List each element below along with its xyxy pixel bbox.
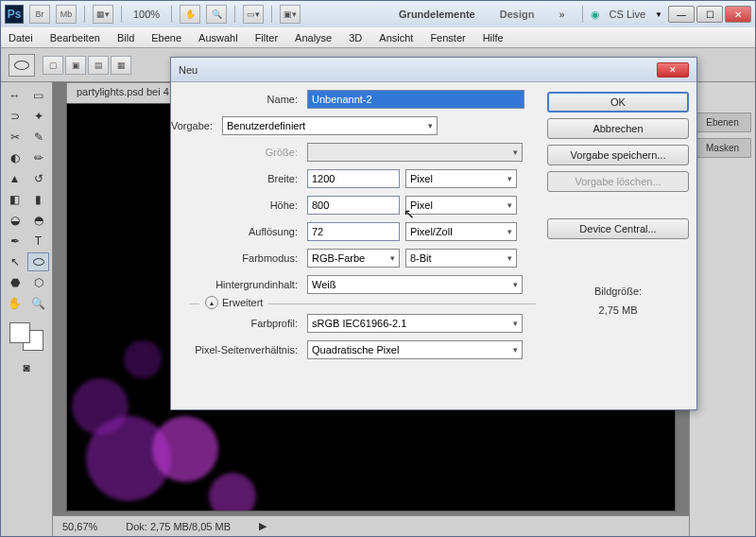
- menu-filter[interactable]: Filter: [255, 32, 278, 43]
- aufloesung-label: Auflösung:: [179, 226, 301, 237]
- selmode-int-icon[interactable]: ▦: [111, 56, 131, 75]
- bridge-icon[interactable]: Br: [29, 5, 50, 24]
- view-extras-icon[interactable]: ▦▾: [93, 5, 113, 24]
- selmode-sub-icon[interactable]: ▤: [88, 56, 109, 75]
- dialog-close-button[interactable]: ✕: [657, 62, 689, 78]
- toolbox: ↔▭ ⊃✦ ✂✎ ◐✏ ▲↺ ◧▮ ◒◓ ✒T ↖ ⬣⬡ ✋🔍 ◙: [1, 82, 53, 536]
- save-preset-button[interactable]: Vorgabe speichern...: [547, 145, 689, 165]
- ok-button[interactable]: OK: [547, 92, 689, 113]
- menu-fenster[interactable]: Fenster: [430, 32, 465, 43]
- type-tool[interactable]: T: [27, 232, 49, 251]
- stamp-tool[interactable]: ▲: [4, 169, 26, 188]
- quickmask-tool[interactable]: ◙: [16, 358, 38, 377]
- current-tool-icon[interactable]: [9, 54, 35, 77]
- app-logo-icon: Ps: [5, 5, 24, 24]
- gradient-tool[interactable]: ▮: [27, 190, 49, 209]
- device-central-button[interactable]: Device Central...: [547, 218, 689, 239]
- heal-tool[interactable]: ◐: [4, 148, 26, 167]
- menu-bild[interactable]: Bild: [117, 32, 134, 43]
- workspace-more-icon[interactable]: »: [549, 6, 574, 23]
- zoom-level[interactable]: 100%: [129, 9, 163, 20]
- menu-datei[interactable]: Datei: [9, 32, 33, 43]
- chevron-up-icon[interactable]: ▴: [205, 296, 218, 309]
- breite-label: Breite:: [179, 173, 301, 184]
- groesse-label: Größe:: [179, 147, 301, 158]
- menu-bar: Datei Bearbeiten Bild Ebene Auswahl Filt…: [1, 27, 755, 48]
- menu-bearbeiten[interactable]: Bearbeiten: [50, 32, 100, 43]
- name-input[interactable]: [307, 90, 524, 109]
- vorgabe-label: Vorgabe:: [94, 120, 216, 131]
- eraser-tool[interactable]: ◧: [4, 190, 26, 209]
- hintergrund-label: Hintergrundinhalt:: [179, 279, 301, 290]
- color-swatches[interactable]: [8, 320, 45, 353]
- selmode-add-icon[interactable]: ▣: [65, 56, 86, 75]
- dialog-titlebar[interactable]: Neu ✕: [171, 58, 696, 82]
- farbbit-select[interactable]: 8-Bit: [405, 249, 517, 268]
- minimize-button[interactable]: —: [668, 6, 695, 23]
- status-arrow-icon[interactable]: ▶: [259, 520, 266, 532]
- zoom-tool[interactable]: 🔍: [27, 294, 49, 313]
- arrange-docs-icon[interactable]: ▭▾: [243, 5, 264, 24]
- menu-ebene[interactable]: Ebene: [151, 32, 181, 43]
- status-zoom[interactable]: 50,67%: [62, 521, 97, 532]
- farbmodus-select[interactable]: RGB-Farbe: [307, 249, 400, 268]
- document-tab[interactable]: partylights.psd bei 4: [66, 82, 180, 103]
- minibridge-icon[interactable]: Mb: [56, 5, 77, 24]
- farbprofil-label: Farbprofil:: [190, 318, 301, 329]
- menu-auswahl[interactable]: Auswahl: [198, 32, 238, 43]
- workspace-tab-design[interactable]: Design: [490, 6, 544, 23]
- right-panel: Ebenen Masken: [689, 82, 755, 536]
- aufloesung-input[interactable]: [307, 222, 400, 241]
- 3d-tool[interactable]: ⬣: [4, 273, 26, 292]
- workspace-tab-grundelemente[interactable]: Grundelemente: [389, 6, 485, 23]
- marquee-tool[interactable]: ▭: [27, 86, 49, 105]
- cslive-menu[interactable]: CS Live: [606, 9, 650, 20]
- menu-hilfe[interactable]: Hilfe: [483, 32, 504, 43]
- seitenverhaeltnis-select[interactable]: Quadratische Pixel: [307, 340, 523, 359]
- dialog-title: Neu: [179, 64, 198, 76]
- shape-tool[interactable]: [27, 252, 49, 271]
- path-tool[interactable]: ↖: [4, 252, 26, 271]
- groesse-select: [307, 143, 523, 162]
- hoehe-label: Höhe:: [179, 199, 301, 211]
- eyedropper-tool[interactable]: ✎: [27, 128, 49, 147]
- blur-tool[interactable]: ◒: [4, 211, 26, 230]
- brush-tool[interactable]: ✏: [27, 148, 49, 167]
- hintergrund-select[interactable]: Weiß: [307, 275, 523, 294]
- erweitert-label: Erweitert: [222, 297, 263, 308]
- panel-ebenen[interactable]: Ebenen: [694, 113, 751, 132]
- seitenverhaeltnis-label: Pixel-Seitenverhältnis:: [190, 344, 301, 355]
- crop-tool[interactable]: ✂: [4, 128, 26, 147]
- history-brush-tool[interactable]: ↺: [27, 169, 49, 188]
- wand-tool[interactable]: ✦: [27, 107, 49, 126]
- screenmode-icon[interactable]: ▣▾: [280, 5, 301, 24]
- name-label: Name:: [179, 94, 301, 105]
- titlebar: Ps Br Mb ▦▾ 100% ✋ 🔍 ▭▾ ▣▾ Grundelemente…: [1, 1, 755, 27]
- farbmodus-label: Farbmodus:: [179, 252, 301, 264]
- hoehe-unit-select[interactable]: Pixel: [405, 196, 517, 215]
- move-tool[interactable]: ↔: [4, 86, 26, 105]
- pen-tool[interactable]: ✒: [4, 232, 26, 251]
- status-docsize[interactable]: Dok: 2,75 MB/8,05 MB: [126, 521, 231, 532]
- lasso-tool[interactable]: ⊃: [4, 107, 26, 126]
- breite-input[interactable]: [307, 169, 400, 188]
- new-document-dialog: Neu ✕ Name: Vorgabe: Benutzerdefiniert G…: [170, 57, 697, 410]
- dodge-tool[interactable]: ◓: [27, 211, 49, 230]
- selmode-new-icon[interactable]: ▢: [43, 56, 63, 75]
- menu-ansicht[interactable]: Ansicht: [379, 32, 413, 43]
- 3dcam-tool[interactable]: ⬡: [27, 273, 49, 292]
- farbprofil-select[interactable]: sRGB IEC61966-2.1: [307, 314, 523, 333]
- maximize-button[interactable]: ☐: [696, 6, 723, 23]
- zoom-tool-icon[interactable]: 🔍: [206, 5, 227, 24]
- breite-unit-select[interactable]: Pixel: [405, 169, 517, 188]
- hand-tool[interactable]: ✋: [4, 294, 26, 313]
- panel-masken[interactable]: Masken: [694, 138, 751, 158]
- cancel-button[interactable]: Abbrechen: [547, 118, 689, 139]
- menu-analyse[interactable]: Analyse: [295, 32, 332, 43]
- vorgabe-select[interactable]: Benutzerdefiniert: [222, 116, 438, 135]
- hoehe-input[interactable]: [307, 196, 400, 215]
- aufloesung-unit-select[interactable]: Pixel/Zoll: [405, 222, 517, 241]
- menu-3d[interactable]: 3D: [349, 32, 362, 43]
- close-button[interactable]: ✕: [725, 6, 751, 23]
- hand-tool-icon[interactable]: ✋: [180, 5, 200, 24]
